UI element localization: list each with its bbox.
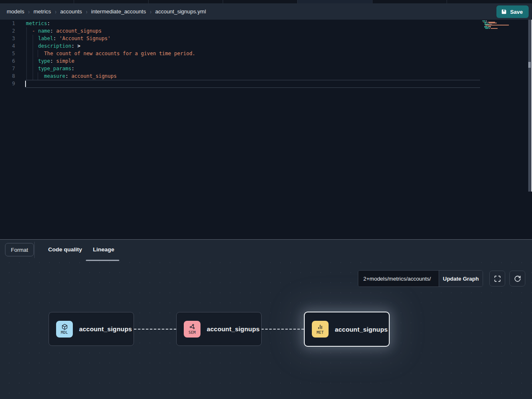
- badge-label: MET: [316, 330, 324, 335]
- node-label: account_signups: [79, 325, 132, 332]
- lineage-node-met[interactable]: METaccount_signups: [304, 312, 390, 347]
- code-line[interactable]: The count of new accounts for a given ti…: [26, 50, 195, 57]
- code-line[interactable]: - name: account_signups: [26, 27, 102, 35]
- top-tab-4[interactable]: [223, 0, 298, 3]
- sem-badge: SEM: [184, 321, 200, 338]
- breadcrumb-item[interactable]: metrics: [33, 8, 51, 15]
- code-token: 'Account Signups': [56, 36, 111, 41]
- met-badge: MET: [312, 321, 329, 338]
- line-number: 1: [0, 20, 15, 27]
- node-label: account_signups: [207, 325, 260, 332]
- chevron-right-icon: ›: [150, 8, 152, 15]
- code-token: The count of new accounts for a given ti…: [44, 51, 195, 56]
- code-token: [26, 66, 38, 72]
- save-label: Save: [510, 9, 523, 15]
- refresh-button[interactable]: [509, 271, 525, 286]
- node-label: account_signups: [335, 326, 388, 333]
- lineage-edge: [261, 329, 304, 330]
- code-line[interactable]: type: simple: [26, 57, 75, 65]
- code-token: [26, 73, 44, 79]
- save-icon: [501, 9, 507, 15]
- editor-scrollbar-track[interactable]: [528, 20, 531, 192]
- code-line[interactable]: description: >: [26, 42, 80, 50]
- file-header-bar: models›metrics›accounts›intermediate_acc…: [0, 3, 532, 20]
- active-tab-underline: [86, 260, 119, 261]
- tab-lineage[interactable]: Lineage: [93, 246, 114, 253]
- code-token: name: [38, 28, 50, 34]
- text-cursor: [25, 81, 26, 87]
- code-token: -: [32, 28, 38, 34]
- code-token: account_signups: [68, 73, 117, 79]
- code-token: metrics: [26, 20, 47, 26]
- breadcrumb-item[interactable]: intermediate_accounts: [91, 8, 146, 15]
- line-number: 6: [0, 57, 15, 65]
- top-tab-1[interactable]: [0, 0, 74, 3]
- badge-label: SEM: [188, 330, 195, 335]
- panel-divider: [34, 242, 35, 258]
- line-number: 3: [0, 35, 15, 42]
- top-tab-5[interactable]: [298, 0, 373, 3]
- lineage-node-sem[interactable]: SEMaccount_signups: [176, 312, 262, 346]
- top-tab-2[interactable]: [74, 0, 149, 3]
- mdl-badge: MDL: [56, 321, 73, 338]
- chevron-right-icon: ›: [55, 8, 57, 15]
- breadcrumb-item[interactable]: models: [7, 8, 24, 15]
- line-number: 7: [0, 65, 15, 72]
- format-button[interactable]: Format: [5, 243, 34, 256]
- breadcrumb-item[interactable]: accounts: [60, 8, 82, 15]
- semantic-graph-icon: [189, 324, 195, 330]
- breadcrumb: models›metrics›accounts›intermediate_acc…: [7, 3, 206, 20]
- bottom-panel: MDLaccount_signupsSEMaccount_signupsMETa…: [0, 239, 532, 399]
- code-token: account_signups: [53, 28, 102, 34]
- breadcrumb-item[interactable]: account_signups.yml: [155, 8, 206, 15]
- line-number: 5: [0, 50, 15, 57]
- code-token: :: [50, 58, 53, 64]
- lineage-node-mdl[interactable]: MDLaccount_signups: [49, 312, 134, 346]
- chevron-right-icon: ›: [28, 8, 30, 15]
- model-cube-icon: [62, 324, 68, 330]
- lineage-selector-group: Update Graph: [358, 270, 483, 287]
- top-tab-6[interactable]: [373, 0, 447, 3]
- tab-code-quality[interactable]: Code quality: [48, 246, 82, 253]
- ide-window: models›metrics›accounts›intermediate_acc…: [0, 0, 532, 399]
- code-token: >: [75, 43, 80, 49]
- code-token: :: [71, 66, 74, 72]
- line-number: 4: [0, 42, 15, 50]
- code-editor[interactable]: 123456789 metrics: - name: account_signu…: [0, 20, 532, 239]
- line-number: 9: [0, 80, 15, 87]
- code-line[interactable]: type_params:: [26, 65, 75, 72]
- top-tabstrip: [0, 0, 532, 3]
- chevron-right-icon: ›: [86, 8, 87, 15]
- line-number: 2: [0, 27, 15, 35]
- code-token: measure: [44, 73, 65, 79]
- metric-chart-icon: [317, 324, 324, 330]
- lineage-selector-input[interactable]: [358, 271, 439, 286]
- editor-scrollbar-handle[interactable]: [528, 62, 531, 68]
- code-token: [26, 58, 38, 64]
- code-token: label: [38, 36, 53, 41]
- code-token: simple: [53, 58, 75, 64]
- current-line-highlight: [25, 80, 480, 88]
- code-token: type_params: [38, 66, 71, 72]
- code-token: [26, 28, 32, 34]
- fullscreen-icon: [494, 275, 501, 282]
- code-line[interactable]: label: 'Account Signups': [26, 35, 111, 42]
- save-button[interactable]: Save: [496, 5, 529, 18]
- code-token: description: [38, 43, 71, 49]
- code-line[interactable]: measure: account_signups: [26, 72, 117, 80]
- badge-label: MDL: [61, 330, 68, 335]
- lineage-edge: [134, 329, 176, 330]
- code-token: [26, 51, 44, 56]
- code-token: :: [50, 28, 53, 34]
- top-tab-7[interactable]: [447, 0, 532, 3]
- refresh-icon: [514, 275, 521, 282]
- code-token: :: [47, 20, 50, 26]
- top-tab-3[interactable]: [149, 0, 223, 3]
- editor-minimap[interactable]: [482, 20, 527, 31]
- code-token: type: [38, 58, 50, 64]
- fullscreen-button[interactable]: [489, 271, 505, 286]
- code-line[interactable]: metrics:: [26, 20, 50, 27]
- line-number: 8: [0, 72, 15, 80]
- code-token: :: [71, 43, 74, 49]
- update-graph-button[interactable]: Update Graph: [439, 271, 483, 286]
